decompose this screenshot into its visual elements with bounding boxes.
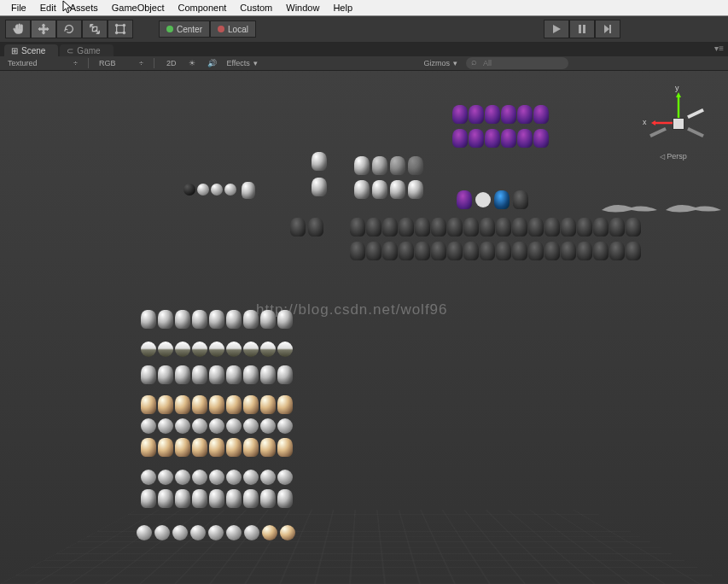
object-row[interactable] — [137, 523, 295, 540]
dropdown-icon: ▾ — [453, 59, 457, 67]
object-row[interactable] — [141, 395, 293, 414]
game-tab-icon: ⊂ — [67, 46, 73, 55]
play-button[interactable] — [544, 20, 569, 38]
play-controls — [544, 20, 620, 38]
step-button[interactable] — [595, 20, 620, 38]
svg-rect-7 — [609, 25, 611, 33]
tab-menu-button[interactable]: ▾≡ — [714, 44, 724, 53]
gizmos-dropdown[interactable]: Gizmos▾ — [420, 59, 461, 67]
gizmo-center[interactable] — [673, 118, 684, 130]
move-tool-button[interactable] — [31, 20, 56, 38]
object-row[interactable] — [350, 218, 641, 237]
hand-tool-button[interactable] — [5, 20, 31, 38]
shading-dropdown[interactable]: Textured÷ — [4, 59, 81, 67]
audio-toggle[interactable]: 🔊 — [202, 59, 222, 67]
toolbar: Center Local — [0, 16, 728, 42]
gizmos-label: Gizmos — [423, 59, 450, 67]
rect-tool-button[interactable] — [108, 20, 133, 38]
effects-label: Effects — [227, 59, 250, 67]
divider — [88, 58, 89, 68]
tab-game[interactable]: ⊂Game — [60, 44, 113, 56]
object-row[interactable] — [141, 365, 293, 384]
object-row[interactable] — [290, 218, 323, 237]
svg-point-3 — [115, 32, 118, 34]
pause-button[interactable] — [569, 20, 595, 38]
scene-tab-icon: ⊞ — [11, 46, 18, 55]
svg-rect-5 — [579, 25, 581, 33]
gizmo-cone[interactable] — [687, 127, 704, 137]
object-row[interactable] — [350, 242, 641, 260]
menu-help[interactable]: Help — [326, 1, 359, 15]
scene-tab-label: Scene — [21, 46, 45, 55]
object-row[interactable] — [312, 152, 327, 171]
menu-file[interactable]: File — [4, 1, 33, 15]
cursor-icon — [62, 0, 73, 15]
menu-bar: File Edit Assets GameObject Component Cu… — [0, 0, 728, 16]
pivot-local-label: Local — [228, 25, 248, 34]
pivot-center-button[interactable]: Center — [159, 20, 210, 38]
object-row[interactable] — [354, 180, 423, 199]
scene-controls: Textured÷ RGB÷ 2D ☀ 🔊 Effects▾ Gizmos▾ — [0, 56, 728, 71]
transform-tools — [5, 20, 133, 38]
object-row[interactable] — [141, 340, 293, 357]
rgb-label: RGB — [99, 59, 116, 67]
gizmo-x-label: x — [643, 118, 647, 126]
effects-dropdown[interactable]: Effects▾ — [224, 59, 261, 67]
object-row[interactable] — [141, 417, 293, 434]
svg-rect-6 — [583, 25, 585, 33]
gizmo-y-axis[interactable] — [676, 92, 681, 118]
dropdown-icon: ▾ — [253, 59, 258, 67]
gizmo-x-axis[interactable] — [651, 120, 673, 126]
object-row[interactable] — [183, 182, 255, 199]
scene-search-input[interactable] — [466, 57, 568, 69]
object-row[interactable] — [141, 489, 293, 508]
svg-point-4 — [123, 32, 125, 34]
tab-bar: ⊞Scene ⊂Game ▾≡ — [0, 42, 728, 56]
menu-custom[interactable]: Custom — [233, 1, 279, 15]
pivot-group: Center Local — [159, 20, 256, 38]
game-tab-label: Game — [77, 46, 100, 55]
divider — [154, 58, 154, 68]
scale-tool-button[interactable] — [82, 20, 108, 38]
object-row[interactable] — [141, 468, 293, 485]
menu-window[interactable]: Window — [279, 1, 326, 15]
lighting-toggle[interactable]: ☀ — [183, 59, 201, 67]
object-row[interactable] — [457, 190, 528, 209]
pivot-local-button[interactable]: Local — [210, 20, 256, 38]
orientation-gizmo[interactable]: y x Persp — [643, 88, 711, 165]
svg-point-1 — [115, 24, 118, 26]
dropdown-icon: ÷ — [139, 59, 143, 67]
rgb-dropdown[interactable]: RGB÷ — [96, 59, 147, 67]
gizmo-z-axis[interactable] — [687, 108, 704, 119]
pivot-center-label: Center — [177, 25, 202, 34]
object-row[interactable] — [141, 310, 293, 329]
menu-component[interactable]: Component — [171, 1, 233, 15]
gizmo-y-label: y — [675, 84, 679, 92]
svg-point-2 — [123, 24, 125, 26]
object-row[interactable] — [312, 178, 327, 196]
svg-rect-0 — [117, 26, 125, 33]
gizmo-persp-label[interactable]: Persp — [660, 152, 687, 161]
rotate-tool-button[interactable] — [56, 20, 82, 38]
scene-viewport[interactable]: y x Persp http://blog.csdn.net/wolf96 — [0, 71, 728, 584]
tab-scene[interactable]: ⊞Scene — [4, 44, 58, 56]
grid-floor — [0, 510, 728, 584]
object-row[interactable] — [452, 105, 549, 124]
object-row[interactable] — [452, 129, 549, 148]
shading-label: Textured — [8, 59, 38, 67]
menu-gameobject[interactable]: GameObject — [105, 1, 172, 15]
menu-edit[interactable]: Edit — [33, 1, 63, 15]
object-row[interactable] — [354, 156, 423, 175]
dropdown-icon: ÷ — [73, 59, 78, 67]
gizmo-cone[interactable] — [649, 127, 667, 137]
object-row[interactable] — [141, 438, 293, 457]
search-wrapper — [466, 57, 568, 69]
2d-toggle[interactable]: 2D — [161, 59, 182, 67]
